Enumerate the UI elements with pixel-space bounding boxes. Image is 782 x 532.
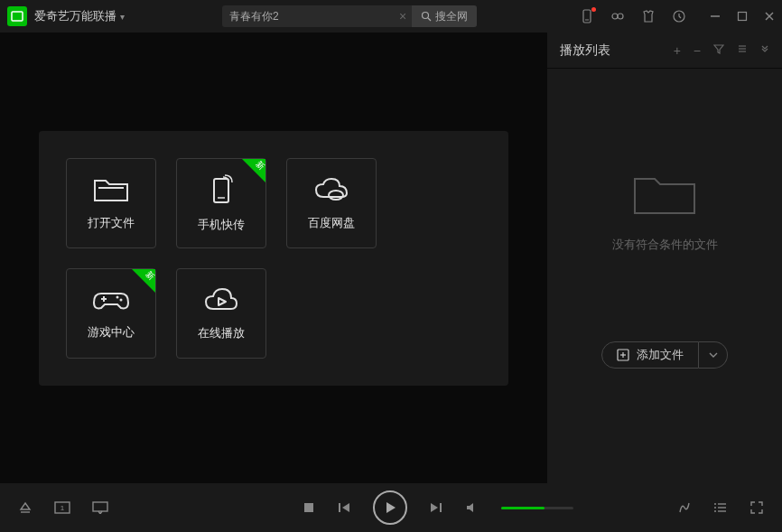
search-input[interactable] bbox=[222, 10, 394, 23]
folder-icon bbox=[93, 175, 129, 204]
svg-point-37 bbox=[714, 510, 716, 512]
svg-rect-0 bbox=[12, 12, 23, 21]
search-clear-icon[interactable]: × bbox=[394, 9, 412, 23]
collapse-icon[interactable] bbox=[760, 43, 769, 58]
titlebar: 爱奇艺万能联播 ▾ × 搜全网 bbox=[0, 0, 782, 33]
app-title[interactable]: 爱奇艺万能联播 ▾ bbox=[34, 8, 125, 24]
add-file-dropdown[interactable] bbox=[699, 341, 728, 369]
aspect-icon[interactable]: 1 bbox=[54, 501, 70, 514]
app-title-text: 爱奇艺万能联播 bbox=[34, 8, 116, 24]
shirt-icon[interactable] bbox=[641, 9, 656, 23]
sidebar-header: 播放列表 + − bbox=[547, 33, 782, 69]
add-file-control: 添加文件 bbox=[601, 341, 728, 369]
sidebar-title: 播放列表 bbox=[560, 42, 610, 59]
fullscreen-icon[interactable] bbox=[749, 500, 764, 515]
new-badge bbox=[132, 269, 155, 293]
remove-icon[interactable]: − bbox=[694, 43, 701, 58]
playlist-sidebar: 播放列表 + − 没有符合条件的文件 添加文件 bbox=[547, 33, 782, 483]
history-icon[interactable] bbox=[672, 9, 686, 23]
card-label: 手机快传 bbox=[198, 217, 245, 233]
card-label: 百度网盘 bbox=[308, 215, 355, 231]
sidebar-empty-state: 没有符合条件的文件 添加文件 bbox=[547, 69, 782, 483]
card-game-center[interactable]: 游戏中心 bbox=[66, 268, 156, 359]
svg-rect-29 bbox=[304, 503, 313, 512]
gamepad-icon bbox=[92, 286, 130, 313]
phone-icon[interactable] bbox=[580, 9, 594, 23]
maximize-button[interactable] bbox=[737, 11, 748, 22]
close-button[interactable] bbox=[764, 11, 775, 22]
volume-icon[interactable] bbox=[465, 501, 479, 514]
add-file-label: 添加文件 bbox=[637, 347, 684, 363]
titlebar-actions bbox=[580, 9, 686, 23]
card-baidu-pan[interactable]: 百度网盘 bbox=[286, 158, 377, 248]
empty-folder-icon bbox=[629, 168, 700, 220]
link-icon[interactable] bbox=[610, 9, 625, 23]
svg-rect-12 bbox=[214, 179, 228, 202]
card-open-file[interactable]: 打开文件 bbox=[66, 158, 156, 248]
search-icon bbox=[421, 11, 432, 22]
svg-rect-9 bbox=[739, 13, 747, 21]
play-button[interactable] bbox=[373, 490, 407, 525]
search-button-label: 搜全网 bbox=[435, 9, 468, 24]
svg-point-18 bbox=[120, 298, 123, 301]
svg-point-14 bbox=[329, 191, 343, 200]
add-file-icon bbox=[617, 349, 629, 361]
svg-point-36 bbox=[714, 507, 716, 509]
svg-line-2 bbox=[428, 18, 431, 21]
subtitle-icon[interactable] bbox=[92, 501, 108, 514]
list-icon[interactable] bbox=[737, 43, 748, 58]
svg-point-5 bbox=[612, 14, 618, 19]
search-button[interactable]: 搜全网 bbox=[412, 5, 477, 27]
svg-point-35 bbox=[714, 503, 716, 505]
app-logo bbox=[7, 6, 27, 26]
card-label: 打开文件 bbox=[88, 215, 135, 231]
svg-point-6 bbox=[618, 14, 623, 19]
effects-icon[interactable] bbox=[677, 500, 692, 515]
card-label: 在线播放 bbox=[198, 325, 245, 341]
add-file-button[interactable]: 添加文件 bbox=[601, 341, 699, 369]
empty-text: 没有符合条件的文件 bbox=[612, 237, 718, 253]
new-badge bbox=[242, 159, 265, 182]
card-phone-transfer[interactable]: 手机快传 bbox=[176, 158, 266, 248]
add-icon[interactable]: + bbox=[674, 43, 681, 58]
volume-slider[interactable] bbox=[501, 507, 573, 509]
search-container: × 搜全网 bbox=[222, 5, 477, 27]
card-label: 游戏中心 bbox=[88, 324, 135, 341]
chevron-down-icon bbox=[709, 352, 718, 358]
phone-transfer-icon bbox=[205, 173, 237, 206]
chevron-down-icon: ▾ bbox=[120, 12, 125, 22]
card-online-play[interactable]: 在线播放 bbox=[176, 268, 266, 359]
prev-button[interactable] bbox=[337, 501, 351, 514]
eject-icon[interactable] bbox=[18, 500, 33, 515]
svg-text:1: 1 bbox=[61, 504, 65, 512]
notification-dot bbox=[591, 7, 596, 12]
main-area: 打开文件 手机快传 百度网盘 bbox=[0, 33, 547, 483]
svg-rect-3 bbox=[583, 10, 591, 23]
card-panel: 打开文件 手机快传 百度网盘 bbox=[39, 131, 508, 386]
filter-icon[interactable] bbox=[713, 43, 724, 58]
svg-point-17 bbox=[116, 295, 119, 298]
cloud-icon bbox=[312, 175, 350, 204]
cloud-play-icon bbox=[202, 285, 240, 314]
player-controls: 1 bbox=[0, 483, 782, 532]
svg-point-1 bbox=[423, 13, 429, 19]
next-button[interactable] bbox=[429, 501, 443, 514]
svg-rect-28 bbox=[93, 502, 107, 511]
stop-button[interactable] bbox=[303, 501, 315, 514]
window-controls bbox=[710, 11, 775, 22]
minimize-button[interactable] bbox=[710, 11, 721, 22]
playlist-icon[interactable] bbox=[713, 501, 728, 514]
